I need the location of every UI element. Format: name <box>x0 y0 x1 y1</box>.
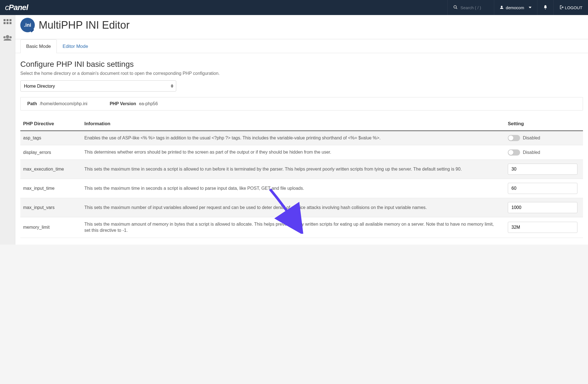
tab-basic-mode[interactable]: Basic Mode <box>20 40 57 53</box>
logout-icon <box>559 5 564 10</box>
location-select-wrap: Home Directory <box>20 80 176 92</box>
directive-info: This sets the maximum time in seconds a … <box>82 159 505 179</box>
table-row: asp_tagsEnables the use of ASP-like <% %… <box>20 131 583 145</box>
setting-input[interactable] <box>508 164 577 175</box>
directive-name: max_input_vars <box>20 198 82 217</box>
svg-point-11 <box>3 36 6 38</box>
directive-info: This determines whether errors should be… <box>82 145 505 159</box>
svg-line-1 <box>456 8 457 9</box>
directive-name: asp_tags <box>20 131 82 145</box>
version-info: PHP Version ea-php56 <box>110 101 158 106</box>
directives-table: PHP Directive Information Setting asp_ta… <box>20 117 583 238</box>
table-row: memory_limitThis sets the maximum amount… <box>20 217 583 238</box>
svg-point-3 <box>545 8 546 9</box>
section-description: Select the home directory or a domain's … <box>20 71 583 76</box>
directive-setting: Disabled <box>505 131 583 145</box>
top-navbar: ccPanelPanel democom LOGOUT <box>0 0 588 15</box>
user-menu[interactable]: democom <box>494 0 537 15</box>
svg-rect-8 <box>6 22 8 24</box>
bell-icon <box>543 5 548 11</box>
page-header: .ini MultiPHP INI Editor <box>15 15 588 37</box>
navbar-right: democom LOGOUT <box>447 0 588 15</box>
search-box[interactable] <box>447 0 494 15</box>
info-box: Path /home/democom/php.ini PHP Version e… <box>20 97 583 110</box>
setting-input[interactable] <box>508 222 577 233</box>
section-heading: Configure PHP INI basic settings <box>20 60 583 69</box>
directive-name: max_input_time <box>20 179 82 198</box>
setting-input[interactable] <box>508 183 577 194</box>
table-row: max_execution_timeThis sets the maximum … <box>20 159 583 179</box>
svg-point-12 <box>9 36 12 38</box>
setting-input[interactable] <box>508 202 577 213</box>
svg-point-2 <box>501 6 503 7</box>
page-icon: .ini <box>20 18 35 32</box>
table-row: max_input_varsThis sets the maximum numb… <box>20 198 583 217</box>
directive-name: display_errors <box>20 145 82 159</box>
users-icon[interactable] <box>3 34 13 43</box>
search-input[interactable] <box>460 5 488 10</box>
col-setting: Setting <box>505 117 583 131</box>
username-label: democom <box>506 5 524 10</box>
table-row: max_input_timeThis sets the maximum time… <box>20 179 583 198</box>
apps-grid-icon[interactable] <box>3 18 12 29</box>
toggle-label: Disabled <box>523 136 540 141</box>
location-select[interactable]: Home Directory <box>20 80 176 92</box>
svg-rect-9 <box>9 22 11 24</box>
directive-setting <box>505 179 583 198</box>
svg-point-0 <box>454 6 456 8</box>
user-icon <box>500 5 504 10</box>
toggle-switch[interactable] <box>508 135 520 141</box>
left-sidebar <box>0 15 15 245</box>
svg-rect-5 <box>6 19 8 21</box>
directive-info: This sets the maximum time in seconds a … <box>82 179 505 198</box>
directive-name: max_execution_time <box>20 159 82 179</box>
main-content: .ini MultiPHP INI Editor Basic Mode Edit… <box>15 15 588 245</box>
chevron-down-icon <box>529 7 531 8</box>
directive-info: This sets the maximum amount of memory i… <box>82 217 505 238</box>
page-title: MultiPHP INI Editor <box>39 19 130 31</box>
basic-settings-section: Configure PHP INI basic settings Select … <box>15 53 588 245</box>
cpanel-logo[interactable]: ccPanelPanel <box>5 3 28 12</box>
col-information: Information <box>82 117 505 131</box>
directive-setting <box>505 198 583 217</box>
directive-info: Enables the use of ASP-like <% %> tags i… <box>82 131 505 145</box>
svg-point-10 <box>6 35 9 38</box>
svg-rect-6 <box>9 19 11 21</box>
tab-editor-mode[interactable]: Editor Mode <box>57 40 94 53</box>
directive-setting <box>505 217 583 238</box>
toggle-switch[interactable] <box>508 149 520 156</box>
tabs-container: Basic Mode Editor Mode <box>15 39 588 53</box>
notifications-button[interactable] <box>537 0 553 15</box>
path-info: Path /home/democom/php.ini <box>27 101 87 106</box>
directive-setting <box>505 159 583 179</box>
logout-label: LOGOUT <box>565 5 582 10</box>
directive-name: memory_limit <box>20 217 82 238</box>
svg-rect-7 <box>4 22 6 24</box>
navbar-left: ccPanelPanel <box>5 3 28 12</box>
col-directive: PHP Directive <box>20 117 82 131</box>
logout-button[interactable]: LOGOUT <box>553 0 588 15</box>
toggle-label: Disabled <box>523 150 540 155</box>
directive-info: This sets the maximum number of input va… <box>82 198 505 217</box>
search-icon <box>453 5 458 10</box>
directive-setting: Disabled <box>505 145 583 159</box>
svg-rect-4 <box>4 19 6 21</box>
table-row: display_errorsThis determines whether er… <box>20 145 583 159</box>
